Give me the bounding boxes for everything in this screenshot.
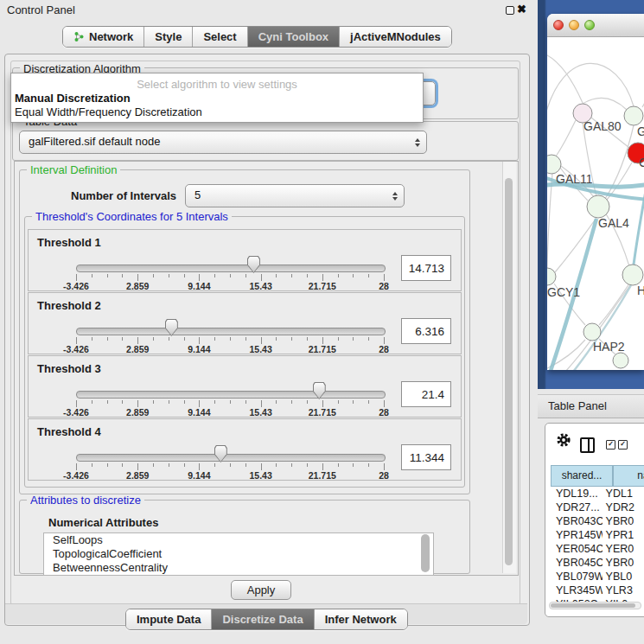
tick-mark: [384, 274, 385, 281]
cell-shared-name[interactable]: YDL19...: [551, 487, 603, 501]
tab-infer-network[interactable]: Infer Network: [314, 609, 407, 629]
cell-name[interactable]: YDR2: [603, 501, 644, 514]
network-node[interactable]: [613, 353, 628, 368]
column-header-name[interactable]: na: [613, 465, 644, 487]
slider-track[interactable]: [76, 265, 386, 272]
network-node-gal11[interactable]: [547, 155, 561, 174]
cell-shared-name[interactable]: YDR27...: [551, 501, 603, 514]
number-of-intervals-combobox[interactable]: 5: [185, 184, 405, 207]
tab-impute-data[interactable]: Impute Data: [126, 609, 211, 629]
attribute-item[interactable]: BetweennessCentrality: [44, 561, 433, 575]
minimize-traffic-light-icon[interactable]: [569, 20, 579, 30]
float-window-button[interactable]: [506, 6, 514, 15]
horizontal-scrollbar-thumb[interactable]: [551, 603, 635, 608]
cell-shared-name[interactable]: YBR045C: [551, 556, 603, 570]
stepper-icon[interactable]: [392, 192, 398, 201]
network-window-titlebar[interactable]: [547, 14, 644, 37]
slider-ticks: [76, 400, 384, 407]
checkbox-icon[interactable]: ✓: [606, 440, 615, 450]
threshold-value-field[interactable]: 21.4: [401, 381, 451, 407]
table-row[interactable]: YER054CYER0: [551, 542, 644, 556]
zoom-traffic-light-icon[interactable]: [584, 20, 595, 30]
threshold-value-field[interactable]: 6.316: [401, 318, 451, 344]
horizontal-scrollbar-track[interactable]: [549, 602, 641, 609]
threshold-value-field[interactable]: 11.344: [401, 444, 451, 470]
attribute-item[interactable]: TopologicalCoefficient: [44, 547, 433, 561]
network-edge[interactable]: [556, 120, 576, 156]
popup-item[interactable]: Equal Width/Frequency Discretization: [15, 105, 202, 118]
cell-name[interactable]: YLR3: [603, 583, 644, 597]
network-node-gcy1[interactable]: [547, 268, 556, 285]
vertical-scrollbar-thumb[interactable]: [505, 178, 513, 565]
cell-name[interactable]: YBR0: [603, 556, 644, 570]
tab-jactivemnodules[interactable]: jActiveMNodules: [339, 27, 451, 47]
tick-mark: [137, 400, 138, 407]
tick-mark: [338, 274, 339, 277]
tick-mark: [230, 463, 231, 467]
network-edge[interactable]: [547, 174, 552, 268]
apply-button[interactable]: Apply: [231, 580, 291, 600]
table-row[interactable]: YDR27...YDR2: [551, 501, 644, 514]
slider-ticks: [76, 337, 384, 344]
table-row[interactable]: YLR345WYLR3: [551, 583, 644, 597]
algorithm-popup: Select algorithm to view settings Manual…: [10, 73, 424, 123]
tick-label: 28: [379, 344, 389, 354]
table-row[interactable]: YPR145WYPR1: [551, 528, 644, 542]
close-icon[interactable]: ✖: [517, 3, 526, 16]
tab-select[interactable]: Select: [192, 27, 246, 47]
tick-mark: [76, 274, 77, 281]
popup-item[interactable]: Manual Discretization: [15, 92, 131, 105]
network-node-hap2[interactable]: [583, 323, 601, 341]
tick-mark: [307, 400, 308, 404]
top-tab-bar: NetworkStyleSelectCyni ToolboxjActiveMNo…: [62, 26, 452, 48]
attributes-list[interactable]: SelfLoopsTopologicalCoefficientBetweenne…: [43, 532, 434, 576]
slider-track[interactable]: [76, 391, 386, 399]
tab-network[interactable]: Network: [63, 27, 143, 47]
tick-label: 21.715: [309, 344, 336, 354]
cell-name[interactable]: YBR0: [603, 514, 644, 528]
tick-mark: [92, 463, 92, 467]
column-layout-icon[interactable]: [580, 437, 595, 453]
tab-cyni-toolbox[interactable]: Cyni Toolbox: [247, 27, 339, 47]
slider-track[interactable]: [76, 328, 386, 335]
network-canvas[interactable]: GAL80GCGAL11GAL4GCY1HHAP2: [547, 36, 644, 370]
cell-shared-name[interactable]: YLR345W: [551, 583, 603, 597]
gear-icon[interactable]: [556, 432, 571, 448]
network-view-window: GAL80GCGAL11GAL4GCY1HHAP2: [547, 14, 644, 370]
tick-mark: [322, 400, 323, 407]
cell-shared-name[interactable]: YBL079W: [551, 570, 603, 583]
tab-style[interactable]: Style: [143, 27, 192, 47]
cell-name[interactable]: YBL0: [603, 570, 644, 583]
checkbox-icon[interactable]: ✓: [618, 440, 628, 450]
threshold-row: Threshold 2 -3.4262.8599.14415.4321.7152…: [28, 292, 462, 354]
tab-discretize-data[interactable]: Discretize Data: [211, 609, 313, 629]
cell-name[interactable]: YDL1: [603, 487, 644, 501]
network-node-h[interactable]: [622, 265, 643, 285]
tick-mark: [199, 400, 200, 407]
cell-shared-name[interactable]: YER054C: [551, 542, 603, 556]
network-node-g[interactable]: [624, 106, 643, 125]
cell-name[interactable]: YPR1: [603, 528, 644, 542]
tick-mark: [107, 400, 108, 404]
cell-name[interactable]: YER0: [603, 542, 644, 556]
close-traffic-light-icon[interactable]: [553, 20, 564, 30]
column-header-shared[interactable]: shared...: [551, 465, 613, 487]
cell-shared-name[interactable]: YPR145W: [551, 528, 603, 542]
threshold-value-field[interactable]: 14.713: [401, 255, 451, 281]
network-edge[interactable]: [599, 284, 629, 325]
table-row[interactable]: YDL19...YDL1: [551, 487, 644, 501]
table-row[interactable]: YBL079WYBL0: [551, 570, 644, 583]
table-row[interactable]: YBR045CYBR0: [551, 556, 644, 570]
network-node-gal4[interactable]: [587, 195, 609, 218]
slider-tick-labels: -3.4262.8599.14415.4321.71528: [76, 344, 384, 354]
attributes-list-scrollbar-thumb[interactable]: [421, 534, 430, 572]
tick-mark: [307, 274, 308, 277]
table-row[interactable]: YBR043CYBR0: [551, 514, 644, 528]
stepper-icon[interactable]: [415, 138, 420, 147]
cell-shared-name[interactable]: YBR043C: [551, 514, 603, 528]
table-data-combobox[interactable]: galFiltered.sif default node: [19, 131, 427, 154]
attribute-item[interactable]: SelfLoops: [44, 533, 433, 547]
slider-tick-labels: -3.4262.8599.14415.4321.71528: [76, 281, 384, 290]
slider-track[interactable]: [76, 454, 386, 462]
slider-ticks: [76, 463, 384, 470]
